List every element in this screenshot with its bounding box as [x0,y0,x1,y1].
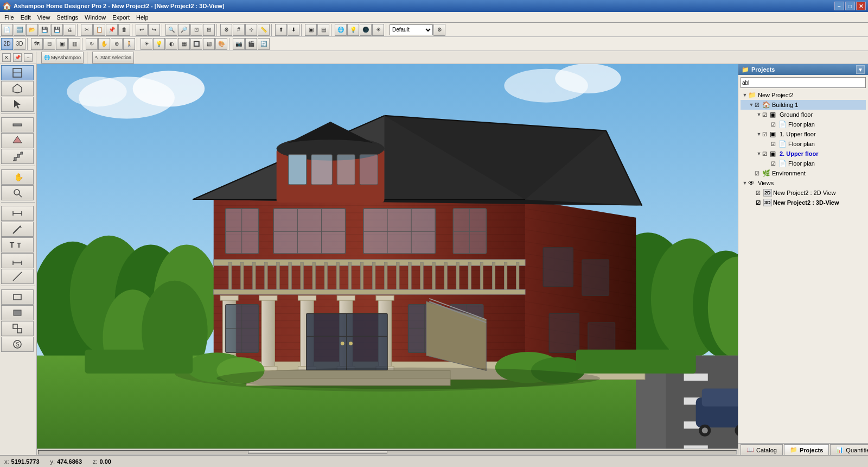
tree-item-floor-plan-2[interactable]: ▶ ☑ 📄 Floor plan [741,159,866,168]
tree-item-upper-floor-2[interactable]: ▼ ☑ ▣ 2. Upper floor [741,149,866,159]
pin-tool-button[interactable]: 📌 [13,53,22,62]
minimize-button[interactable]: − [834,2,844,10]
floor-vis-button[interactable]: ⊟ [43,38,55,50]
menu-window[interactable]: Window [81,13,109,22]
tab-quantities[interactable]: 📊 Quantities [830,444,868,455]
properties-button[interactable]: ⚙ [220,24,232,36]
sidebar-zoom-button[interactable] [1,185,34,200]
sunlight-button[interactable]: ☀ [141,38,152,50]
new-button[interactable]: 📄 [1,24,13,36]
close-button[interactable]: ✕ [856,2,866,10]
measure-button[interactable]: 📏 [258,24,270,36]
sidebar-draw-button[interactable] [1,222,34,237]
sidebar-select-button[interactable] [1,97,34,112]
redo-button[interactable]: ↪ [148,24,160,36]
sidebar-dim-button[interactable] [1,253,34,268]
print-button[interactable]: 🖨 [63,24,75,36]
zoom3d-button[interactable]: ⊕ [111,38,123,50]
sidebar-walls-button[interactable] [1,117,34,132]
zoom-in-button[interactable]: 🔍 [165,24,177,36]
settings-button[interactable]: ⚙ [433,24,445,36]
wall-button[interactable]: ▥ [68,38,80,50]
check-icon[interactable]: ☑ [771,122,778,128]
tree-item-floor-plan-0[interactable]: ▶ ☑ 📄 Floor plan [741,119,866,129]
check-icon[interactable]: ☑ [771,141,778,147]
view-2d-button[interactable]: 2D [1,38,13,50]
tab-catalog[interactable]: 📖 Catalog [741,444,783,455]
check-icon[interactable]: ☑ [762,112,770,118]
ceiling-button[interactable]: ▣ [56,38,68,50]
floor-down-button[interactable]: ⬇ [288,24,299,36]
paste-button[interactable]: 📌 [106,24,118,36]
tree-item-ground-floor[interactable]: ▼ ☑ ▣ Ground floor [741,110,866,119]
view-combo[interactable]: Default Wireframe Solid [390,24,433,35]
object-display[interactable]: 🔲 [190,38,202,50]
copy-button[interactable]: 📋 [93,24,105,36]
check-icon[interactable]: ☑ [771,161,778,167]
check-icon[interactable]: ☑ [762,131,770,137]
refresh-button[interactable]: 🔄 [258,38,270,50]
tree-item-view-3d[interactable]: ▶ ☑ 3D New Project2 : 3D-View [741,198,866,207]
tree-search-input[interactable] [741,77,866,88]
ambient-button[interactable]: 💡 [153,38,165,50]
sidebar-rooms-button[interactable] [1,133,34,148]
menu-edit[interactable]: Edit [17,13,34,22]
check-icon[interactable]: ☑ [755,102,762,108]
check-icon[interactable]: ☑ [762,151,770,157]
color-btn[interactable]: 🎨 [215,38,227,50]
restore-button[interactable]: □ [845,2,855,10]
start-selection-button[interactable]: ↖ Start selection [92,52,134,64]
scroll-track[interactable] [38,450,737,455]
texture-btn[interactable]: ▨ [203,38,215,50]
menu-file[interactable]: File [1,13,17,22]
floor-btn[interactable]: ▦ [178,38,190,50]
screenshot-button[interactable]: 📷 [233,38,245,50]
sidebar-rect-button[interactable] [1,289,34,305]
check-icon[interactable]: ☑ [756,200,763,206]
menu-settings[interactable]: Settings [53,13,81,22]
sidebar-floor-button[interactable] [1,65,34,80]
tree-item-environment[interactable]: ▶ ☑ 🌿 Environment [741,168,866,178]
shadow-button[interactable]: 🌑 [360,24,372,36]
view3d-button[interactable]: ▣ [305,24,317,36]
save-as-button[interactable]: 💾 [51,24,63,36]
tree-item-views[interactable]: ▼ 👁 Views [741,178,866,188]
shadows-toggle[interactable]: ◐ [165,38,177,50]
zoom-fit-button[interactable]: ⊡ [190,24,202,36]
view-3d-button[interactable]: 3D [14,38,25,50]
zoom-select-button[interactable]: ⊞ [203,24,215,36]
tree-item-upper-floor-1[interactable]: ▼ ☑ ▣ 1. Upper floor [741,129,866,139]
menu-view[interactable]: View [34,13,54,22]
menu-export[interactable]: Export [109,13,133,22]
sidebar-fill-button[interactable] [1,305,34,320]
sidebar-pan-button[interactable]: ✋ [1,169,34,185]
view-menu-button[interactable]: ▤ [317,24,329,36]
tree-item-building1[interactable]: ▼ ☑ 🏠 Building 1 [741,100,866,110]
mini-tool-button[interactable]: − [24,53,33,62]
tree-item-project-root[interactable]: ▼ 📁 New Project2 [741,90,866,100]
save-button[interactable]: 💾 [39,24,50,36]
grid-button[interactable]: # [233,24,245,36]
open-button[interactable]: 📂 [26,24,38,36]
close-tool-button[interactable]: ✕ [2,53,11,62]
render-button[interactable]: 🌐 [335,24,347,36]
new-project-button[interactable]: 🆕 [14,24,25,36]
viewport[interactable] [37,64,738,455]
delete-button[interactable]: 🗑 [118,24,130,36]
snap-button[interactable]: ⊹ [245,24,257,36]
viewport-scrollbar[interactable] [37,449,738,455]
scroll-thumb[interactable] [248,451,387,454]
myashampoo-button[interactable]: 🌐 MyAshampoo [41,52,84,64]
sun-button[interactable]: ☀ [372,24,384,36]
tree-item-floor-plan-1[interactable]: ▶ ☑ 📄 Floor plan [741,139,866,149]
panel-menu-button[interactable]: ▼ [856,65,865,74]
tab-projects[interactable]: 📁 Projects [784,444,829,455]
video-button[interactable]: 🎬 [245,38,257,50]
walk-button[interactable]: 🚶 [123,38,135,50]
undo-button[interactable]: ↩ [136,24,148,36]
floor-up-button[interactable]: ⬆ [275,24,287,36]
sidebar-symbol-button[interactable]: S [1,337,34,352]
orbit-button[interactable]: ↻ [86,38,98,50]
menu-help[interactable]: Help [133,13,152,22]
sidebar-text-button[interactable]: T T [1,237,34,253]
